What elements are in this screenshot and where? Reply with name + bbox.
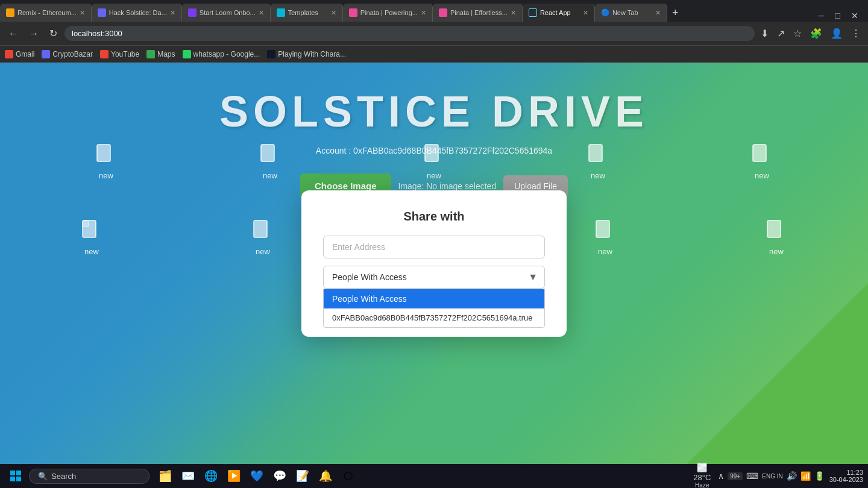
dropdown-option-people[interactable]: People With Access: [324, 289, 544, 308]
tab-close-templates[interactable]: ✕: [331, 9, 336, 17]
minimize-button[interactable]: ─: [815, 10, 828, 22]
bookmark-favicon-playing: [267, 50, 275, 58]
nav-bar: ← → ↻ localhost:3000 ⬇ ↗ ☆ 🧩 👤 ⋮: [0, 22, 868, 46]
keyboard-icon[interactable]: ⌨: [746, 471, 758, 481]
tab-favicon-loom: [188, 8, 197, 17]
close-window-button[interactable]: ✕: [848, 10, 862, 22]
system-tray: ∧ 99+ ⌨ ENG IN 🔊 📶 🔋: [718, 471, 824, 481]
tab-favicon-react: [529, 8, 537, 17]
bookmark-label-gmail: Gmail: [16, 50, 34, 58]
bookmark-favicon-youtube: [100, 50, 108, 58]
bookmark-cryptobazar[interactable]: CryptoBazar: [42, 50, 93, 58]
bookmark-youtube[interactable]: YouTube: [100, 50, 139, 58]
taskbar: 🔍 Search 🗂️ ✉️ 🌐 ▶️ 💙 💬 📝 🔔 ⬡: [0, 464, 868, 488]
taskbar-search[interactable]: 🔍 Search: [29, 469, 149, 484]
youtube-icon: ▶️: [227, 469, 241, 483]
tab-close-pinata2[interactable]: ✕: [511, 9, 516, 17]
taskbar-app-hex[interactable]: ⬡: [338, 465, 359, 487]
tab-close-loom[interactable]: ✕: [259, 9, 264, 17]
tab-title-react: React App: [540, 9, 580, 16]
taskbar-app-discord[interactable]: 💬: [269, 465, 291, 487]
taskbar-right: 🌫️ 28°C Haze ∧ 99+ ⌨ ENG IN 🔊 📶 🔋 11:23 …: [691, 463, 863, 488]
bookmark-favicon-whatsapp: [183, 50, 191, 58]
windows-icon: [10, 470, 22, 482]
tab-newtab[interactable]: 🔵 New Tab ✕: [595, 4, 667, 22]
taskbar-app-files[interactable]: 🗂️: [154, 465, 176, 487]
dropdown-option-address[interactable]: 0xFABB0ac9d68B0B445fB7357272Ff202C565169…: [324, 308, 544, 327]
forward-button[interactable]: →: [25, 27, 42, 40]
weather-condition: Haze: [695, 482, 709, 488]
mail-icon: ✉️: [181, 469, 195, 483]
browser-chrome: Remix - Ethereum... ✕ Hack Solstice: Da.…: [0, 0, 868, 63]
app-area: SOLSTICE DRIVE Account : 0xFABB0ac9d68B0…: [0, 63, 868, 464]
network-icon[interactable]: 📶: [800, 471, 811, 481]
svg-rect-13: [10, 477, 15, 481]
lang-label[interactable]: ENG IN: [762, 473, 782, 480]
bookmarks-bar: Gmail CryptoBazar YouTube Maps whatsapp …: [0, 46, 868, 63]
notes-icon: 📝: [296, 469, 309, 483]
weather-temp: 28°C: [693, 473, 711, 483]
profile-icon[interactable]: 👤: [828, 27, 845, 40]
start-button[interactable]: [5, 465, 27, 487]
tab-favicon-pinata1: [349, 8, 357, 17]
tab-remix[interactable]: Remix - Ethereum... ✕: [0, 4, 92, 22]
battery-icon[interactable]: 🔋: [814, 471, 825, 481]
extension-icon[interactable]: 🧩: [808, 27, 825, 40]
refresh-button[interactable]: ↻: [46, 27, 61, 40]
tab-controls: ─ □ ✕: [815, 10, 868, 22]
bookmark-maps[interactable]: Maps: [146, 50, 175, 58]
people-with-access-select[interactable]: People With Access 0xFABB0ac9d68B0B445fB…: [323, 266, 545, 289]
tab-close-react[interactable]: ✕: [583, 9, 588, 17]
tab-loom[interactable]: Start Loom Onbo... ✕: [182, 4, 271, 22]
tab-favicon-templates: [277, 8, 285, 17]
modal-overlay: Share with People With Access 0xFABB0ac9…: [0, 63, 868, 464]
tab-title-templates: Templates: [288, 9, 328, 16]
tab-title-remix: Remix - Ethereum...: [17, 9, 77, 16]
dropdown-open: People With Access 0xFABB0ac9d68B0B445fB…: [323, 289, 545, 328]
taskbar-app-notes[interactable]: 📝: [292, 465, 313, 487]
weather-icon: 🌫️: [697, 463, 707, 473]
tab-templates[interactable]: Templates ✕: [271, 4, 343, 22]
tab-close-hack[interactable]: ✕: [170, 9, 175, 17]
address-bar[interactable]: localhost:3000: [64, 26, 755, 41]
search-label: Search: [51, 472, 76, 481]
maximize-button[interactable]: □: [832, 10, 844, 22]
tab-react[interactable]: React App ✕: [523, 4, 595, 22]
taskbar-app-mail[interactable]: ✉️: [177, 465, 199, 487]
nav-icons: ⬇ ↗ ☆ 🧩 👤 ⋮: [758, 27, 863, 40]
tab-close-pinata1[interactable]: ✕: [421, 9, 426, 17]
taskbar-app-youtube[interactable]: ▶️: [223, 465, 245, 487]
back-button[interactable]: ←: [5, 27, 22, 40]
hex-icon: ⬡: [342, 469, 355, 483]
taskbar-app-notify[interactable]: 🔔: [315, 465, 336, 487]
bookmark-whatsapp[interactable]: whatsapp - Google...: [183, 50, 260, 58]
notify-icon: 🔔: [319, 469, 332, 483]
tab-title-pinata2: Pinata | Effortless...: [450, 9, 508, 16]
tab-pinata1[interactable]: Pinata | Powering... ✕: [343, 4, 433, 22]
taskbar-apps: 🗂️ ✉️ 🌐 ▶️ 💙 💬 📝 🔔 ⬡: [154, 465, 359, 487]
new-tab-button[interactable]: +: [667, 7, 684, 19]
tab-close-remix[interactable]: ✕: [80, 9, 85, 17]
bookmark-gmail[interactable]: Gmail: [5, 50, 34, 58]
files-icon: 🗂️: [159, 469, 172, 483]
search-icon: 🔍: [38, 472, 48, 481]
taskbar-app-vscode[interactable]: 💙: [246, 465, 268, 487]
notification-count[interactable]: 99+: [728, 472, 743, 480]
tab-title-hack: Hack Solstice: Da...: [109, 9, 167, 16]
chevron-up-icon[interactable]: ∧: [718, 471, 724, 481]
download-icon[interactable]: ⬇: [758, 27, 771, 40]
volume-icon[interactable]: 🔊: [787, 471, 797, 481]
share-icon[interactable]: ↗: [775, 27, 787, 40]
bookmark-star-icon[interactable]: ☆: [791, 27, 804, 40]
enter-address-input[interactable]: [323, 236, 545, 258]
taskbar-clock[interactable]: 11:23 30-04-2023: [829, 469, 863, 483]
svg-rect-11: [10, 471, 15, 475]
taskbar-app-browser[interactable]: 🌐: [200, 465, 222, 487]
bookmark-label-playing: Playing With Chara...: [278, 50, 346, 58]
tab-hack[interactable]: Hack Solstice: Da... ✕: [92, 4, 182, 22]
more-icon[interactable]: ⋮: [849, 27, 863, 40]
select-wrapper: People With Access 0xFABB0ac9d68B0B445fB…: [323, 266, 545, 289]
tab-pinata2[interactable]: Pinata | Effortless... ✕: [433, 4, 523, 22]
bookmark-playing[interactable]: Playing With Chara...: [267, 50, 346, 58]
tab-close-newtab[interactable]: ✕: [655, 9, 661, 17]
